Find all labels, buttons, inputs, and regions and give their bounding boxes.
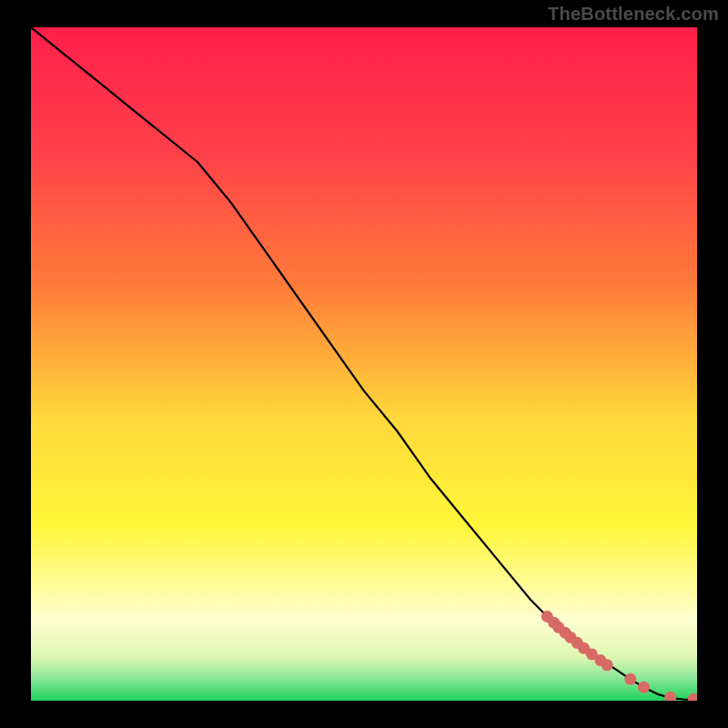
plot-area (31, 27, 697, 701)
chart-stage: TheBottleneck.com (0, 0, 728, 728)
svg-point-11 (624, 673, 636, 685)
svg-rect-0 (31, 27, 697, 701)
watermark-text: TheBottleneck.com (548, 4, 719, 25)
chart-svg (31, 27, 697, 701)
svg-point-10 (602, 659, 613, 671)
svg-point-12 (638, 682, 650, 693)
